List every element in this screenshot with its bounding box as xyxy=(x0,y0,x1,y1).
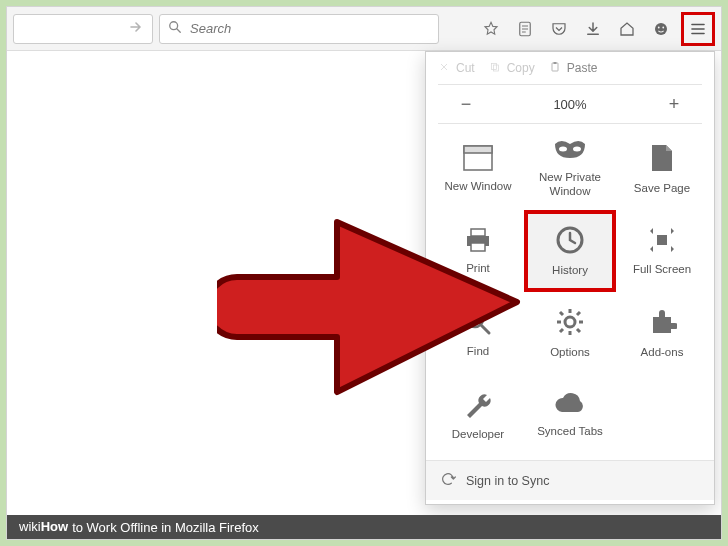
svg-rect-15 xyxy=(471,243,485,251)
paste-label: Paste xyxy=(567,61,598,75)
save-page-item[interactable]: Save Page xyxy=(616,128,708,210)
sign-in-to-sync[interactable]: Sign in to Sync xyxy=(426,460,714,500)
window-icon xyxy=(463,145,493,174)
svg-point-2 xyxy=(655,23,667,35)
label: Print xyxy=(466,262,490,275)
wikihow-logo: wikiHow xyxy=(19,519,68,535)
svg-point-11 xyxy=(559,147,567,152)
svg-rect-14 xyxy=(471,229,485,236)
label: Save Page xyxy=(634,182,690,195)
zoom-level[interactable]: 100% xyxy=(553,97,586,112)
menu-button[interactable] xyxy=(684,15,712,43)
reading-list-icon[interactable] xyxy=(511,15,539,43)
history-item[interactable]: History xyxy=(524,210,616,292)
svg-point-12 xyxy=(573,147,581,152)
search-bar[interactable] xyxy=(159,14,439,44)
developer-item[interactable]: Developer xyxy=(432,374,524,456)
copy-icon xyxy=(489,61,501,76)
browser-window: Cut Copy Paste − 100% + New Window xyxy=(6,6,722,540)
caption-prefix-plain: wiki xyxy=(19,519,41,534)
menu-hamburger-highlight xyxy=(681,12,715,46)
fullscreen-item[interactable]: Full Screen xyxy=(616,210,708,292)
svg-point-4 xyxy=(662,26,664,28)
cut-icon xyxy=(438,61,450,76)
go-arrow-icon xyxy=(128,19,144,39)
label: Options xyxy=(550,346,590,359)
svg-rect-10 xyxy=(464,146,492,153)
cut-item[interactable]: Cut xyxy=(438,61,475,76)
fullscreen-icon xyxy=(648,226,676,257)
signin-label: Sign in to Sync xyxy=(466,474,549,488)
copy-item[interactable]: Copy xyxy=(489,61,535,76)
search-icon xyxy=(168,20,182,38)
svg-point-19 xyxy=(565,317,575,327)
menu-grid: New Window New Private Window Save Page … xyxy=(426,124,714,460)
sync-icon xyxy=(440,471,456,490)
print-item[interactable]: Print xyxy=(432,210,524,292)
gear-icon xyxy=(555,307,585,340)
magnifier-icon xyxy=(464,308,492,339)
svg-rect-7 xyxy=(552,63,558,71)
edit-row: Cut Copy Paste xyxy=(426,52,714,84)
zoom-in-button[interactable]: + xyxy=(654,94,694,115)
address-bar[interactable] xyxy=(13,14,153,44)
cloud-tabs-icon xyxy=(554,392,586,419)
svg-rect-8 xyxy=(553,62,556,64)
toolbar xyxy=(7,7,721,51)
page-icon xyxy=(650,143,674,176)
mask-icon xyxy=(553,140,587,165)
svg-rect-17 xyxy=(657,235,667,245)
pocket-icon[interactable] xyxy=(545,15,573,43)
label: Synced Tabs xyxy=(537,425,603,438)
synced-tabs-item[interactable]: Synced Tabs xyxy=(524,374,616,456)
menu-panel: Cut Copy Paste − 100% + New Window xyxy=(425,51,715,505)
search-input[interactable] xyxy=(190,21,430,36)
caption-title: to Work Offline in Mozilla Firefox xyxy=(72,520,259,535)
home-icon[interactable] xyxy=(613,15,641,43)
cut-label: Cut xyxy=(456,61,475,75)
printer-icon xyxy=(463,227,493,256)
label: Full Screen xyxy=(633,263,691,276)
options-item[interactable]: Options xyxy=(524,292,616,374)
paste-icon xyxy=(549,61,561,76)
label: Find xyxy=(467,345,489,358)
copy-label: Copy xyxy=(507,61,535,75)
zoom-out-button[interactable]: − xyxy=(446,94,486,115)
find-item[interactable]: Find xyxy=(432,292,524,374)
new-private-window-item[interactable]: New Private Window xyxy=(524,128,616,210)
clock-icon xyxy=(555,225,585,258)
new-window-item[interactable]: New Window xyxy=(432,128,524,210)
smiley-icon[interactable] xyxy=(647,15,675,43)
addons-item[interactable]: Add-ons xyxy=(616,292,708,374)
label: History xyxy=(552,264,588,277)
label: New Window xyxy=(444,180,511,193)
bookmark-star-icon[interactable] xyxy=(477,15,505,43)
downloads-icon[interactable] xyxy=(579,15,607,43)
label: Developer xyxy=(452,428,504,441)
caption-prefix-bold: How xyxy=(41,519,68,534)
svg-rect-6 xyxy=(493,65,498,71)
wrench-icon xyxy=(463,389,493,422)
label: Add-ons xyxy=(641,346,684,359)
empty-cell xyxy=(616,374,708,456)
zoom-row: − 100% + xyxy=(426,85,714,123)
svg-point-3 xyxy=(658,26,660,28)
svg-rect-5 xyxy=(491,63,496,69)
paste-item[interactable]: Paste xyxy=(549,61,598,76)
caption-bar: wikiHow to Work Offline in Mozilla Firef… xyxy=(7,515,721,539)
puzzle-icon xyxy=(647,307,677,340)
label: New Private Window xyxy=(539,171,601,197)
